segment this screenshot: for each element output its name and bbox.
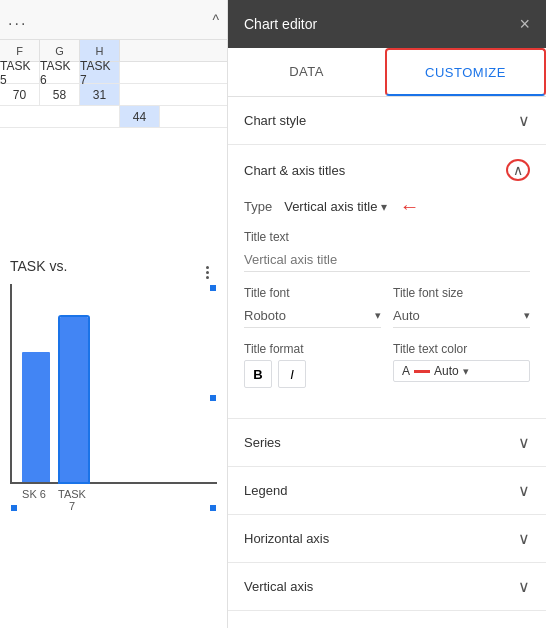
chart-label-1: SK 6 [20,488,48,512]
color-picker-button[interactable]: A Auto ▾ [393,360,530,382]
chart-style-chevron-icon: ∨ [518,111,530,130]
vertical-axis-title: Vertical axis [244,579,313,594]
bar-group-2 [60,317,88,482]
cell-val-f[interactable]: 70 [0,84,40,105]
type-row: Type Vertical axis title ▾ ← [244,195,530,218]
title-text-field-group: Title text [244,230,530,272]
title-font-arrow-icon: ▾ [375,309,381,322]
title-font-size-group: Title font size Auto ▾ [393,286,530,328]
title-format-group: Title format B I [244,342,381,388]
section-horizontal-axis-header[interactable]: Horizontal axis ∨ [228,515,546,562]
format-color-row: Title format B I Title text color A Auto… [244,342,530,388]
close-button[interactable]: × [519,15,530,33]
chart-style-title: Chart style [244,113,306,128]
toolbar-dots-icon[interactable]: ... [8,11,27,29]
tab-data[interactable]: DATA [228,48,385,96]
font-size-row: Title font Roboto ▾ Title font size Auto… [244,286,530,328]
table-row: TASK 5 TASK 6 TASK 7 [0,62,227,84]
resize-handle-bottom-right[interactable] [209,504,217,512]
vertical-axis-chevron-icon: ∨ [518,577,530,596]
cell-task6[interactable]: TASK 6 [40,62,80,83]
spreadsheet-panel: ... ^ F G H TASK 5 TASK 6 TASK 7 70 58 3… [0,0,228,628]
chart-area: TASK vs. SK 6 TASK 7 [0,248,227,628]
format-buttons: B I [244,360,381,388]
title-text-label: Title text [244,230,530,244]
dropdown-arrow-icon: ▾ [381,200,387,214]
chart-label-2: TASK 7 [58,488,86,512]
section-legend: Legend ∨ [228,467,546,515]
chart-labels: SK 6 TASK 7 [10,488,217,512]
title-color-group: Title text color A Auto ▾ [393,342,530,388]
section-horizontal-axis: Horizontal axis ∨ [228,515,546,563]
section-chart-axis-titles: Chart & axis titles ∧ Type Vertical axis… [228,145,546,419]
title-text-input[interactable] [244,248,530,272]
section-gridlines-header[interactable]: Gridlines ∨ [228,611,546,628]
color-label: A [402,364,410,378]
bar-1 [22,352,50,482]
title-color-label: Title text color [393,342,530,356]
cell-extra [0,106,120,127]
color-dropdown-arrow-icon: ▾ [463,365,469,378]
title-font-group: Title font Roboto ▾ [244,286,381,328]
section-chart-style-header[interactable]: Chart style ∨ [228,97,546,144]
series-chevron-icon: ∨ [518,433,530,452]
cell-val-h[interactable]: 31 [80,84,120,105]
type-dropdown[interactable]: Vertical axis title ▾ [284,199,387,214]
resize-handle-bottom-left[interactable] [10,504,18,512]
horizontal-axis-title: Horizontal axis [244,531,329,546]
section-vertical-axis: Vertical axis ∨ [228,563,546,611]
title-font-size-select[interactable]: Auto ▾ [393,304,530,328]
tab-customize[interactable]: CUSTOMIZE [385,48,546,96]
table-row: 70 58 31 [0,84,227,106]
title-font-value: Roboto [244,308,286,323]
title-format-label: Title format [244,342,381,356]
section-legend-header[interactable]: Legend ∨ [228,467,546,514]
chart-bars [10,284,217,484]
title-font-select[interactable]: Roboto ▾ [244,304,381,328]
spreadsheet-toolbar: ... ^ [0,0,227,40]
section-series-header[interactable]: Series ∨ [228,419,546,466]
chart-editor-panel: Chart editor × DATA CUSTOMIZE Chart styl… [228,0,546,628]
chart-title: TASK vs. [10,258,217,274]
section-vertical-axis-header[interactable]: Vertical axis ∨ [228,563,546,610]
color-swatch [414,370,430,373]
section-chart-style: Chart style ∨ [228,97,546,145]
color-sublabel: Auto [434,364,459,378]
toolbar-collapse-icon[interactable]: ^ [212,12,219,28]
editor-title: Chart editor [244,16,317,32]
horizontal-axis-chevron-icon: ∨ [518,529,530,548]
bold-button[interactable]: B [244,360,272,388]
section-series: Series ∨ [228,419,546,467]
bar-2 [60,317,88,482]
red-arrow-icon: ← [399,195,419,218]
cell-val-g[interactable]: 58 [40,84,80,105]
title-font-size-label: Title font size [393,286,530,300]
editor-content: Chart style ∨ Chart & axis titles ∧ Type… [228,97,546,628]
title-font-size-value: Auto [393,308,420,323]
italic-button[interactable]: I [278,360,306,388]
cell-val-44[interactable]: 44 [120,106,160,127]
chart-axis-titles-chevron-icon: ∧ [506,159,530,181]
editor-tabs: DATA CUSTOMIZE [228,48,546,97]
title-font-label: Title font [244,286,381,300]
section-gridlines: Gridlines ∨ [228,611,546,628]
bar-group-1 [22,352,50,482]
legend-chevron-icon: ∨ [518,481,530,500]
table-row: 44 [0,106,227,128]
section-chart-axis-titles-header[interactable]: Chart & axis titles ∧ [228,145,546,195]
chart-more-menu[interactable] [206,266,209,279]
type-value: Vertical axis title [284,199,377,214]
series-title: Series [244,435,281,450]
title-font-size-arrow-icon: ▾ [524,309,530,322]
editor-header: Chart editor × [228,0,546,48]
cell-task5[interactable]: TASK 5 [0,62,40,83]
cell-task7[interactable]: TASK 7 [80,62,120,83]
type-label: Type [244,199,272,214]
legend-title: Legend [244,483,287,498]
chart-axis-titles-content: Type Vertical axis title ▾ ← Title text … [228,195,546,418]
chart-axis-titles-title: Chart & axis titles [244,163,345,178]
